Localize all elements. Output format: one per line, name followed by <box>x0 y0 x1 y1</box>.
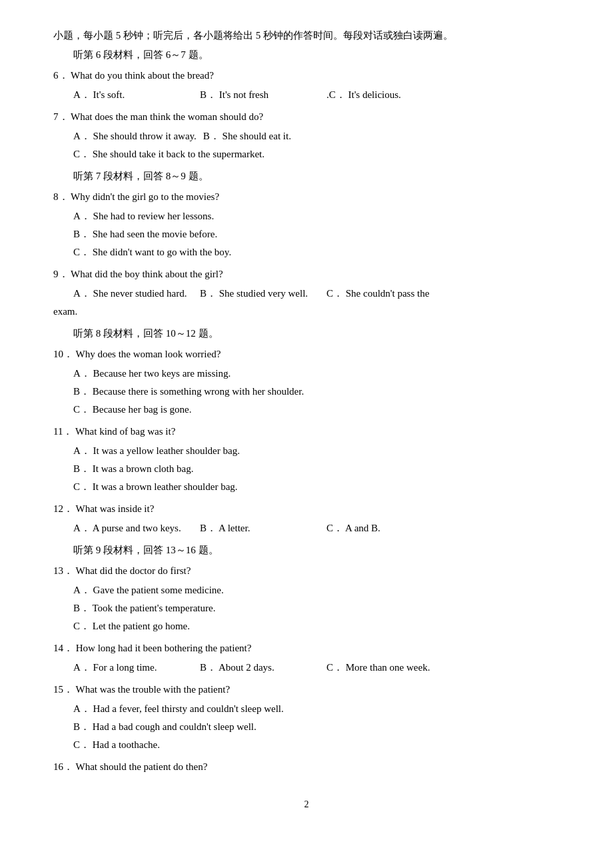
option: C． It was a brown leather shoulder bag. <box>53 478 560 496</box>
option: B． It was a brown cloth bag. <box>53 460 560 478</box>
options-row: A． For a long time.B． About 2 days.C． Mo… <box>53 659 560 677</box>
option: A． Had a fever, feel thirsty and couldn'… <box>53 700 560 718</box>
option: .C． It's delicious. <box>326 86 446 104</box>
option: C． She didn't want to go with the boy. <box>53 243 560 261</box>
question-title: 13． What did the doctor do first? <box>53 562 560 580</box>
option: B． Because there is something wrong with… <box>53 383 560 401</box>
option: B． She studied very well. <box>200 285 320 303</box>
question-title: 16． What should the patient do then? <box>53 758 560 776</box>
option: B． About 2 days. <box>200 659 320 677</box>
question-block: 14． How long had it been bothering the p… <box>53 639 560 677</box>
section-header: 听第 7 段材料，回答 8～9 题。 <box>53 167 560 185</box>
option: A． She should throw it away. <box>73 127 197 145</box>
questions-container: 6． What do you think about the bread?A． … <box>53 67 560 776</box>
question-title: 9． What did the boy think about the girl… <box>53 265 560 283</box>
option: B． It's not fresh <box>200 86 320 104</box>
question-block: 6． What do you think about the bread?A． … <box>53 67 560 104</box>
section-header-6: 听第 6 段材料，回答 6～7 题。 <box>53 46 560 64</box>
question-title: 8． Why didn't the girl go to the movies? <box>53 188 560 206</box>
question-block: 11． What kind of bag was it?A． It was a … <box>53 423 560 496</box>
question-block: 10． Why does the woman look worried?A． B… <box>53 345 560 419</box>
option: B． A letter. <box>200 519 320 537</box>
option: A． It's soft. <box>73 86 193 104</box>
option: C． More than one week. <box>326 659 446 677</box>
question-block: 15． What was the trouble with the patien… <box>53 681 560 754</box>
option: C． Because her bag is gone. <box>53 401 560 419</box>
intro-line1: 小题，每小题 5 秒钟；听完后，各小题将给出 5 秒钟的作答时间。每段对话或独白… <box>53 27 560 45</box>
question-block: 7． What does the man think the woman sho… <box>53 108 560 163</box>
option: A． She had to review her lessons. <box>53 207 560 225</box>
option: A． A purse and two keys. <box>73 519 193 537</box>
option: A． Gave the patient some medicine. <box>53 581 560 599</box>
options-row: A． She never studied hard.B． She studied… <box>53 285 560 303</box>
question-title: 15． What was the trouble with the patien… <box>53 681 560 699</box>
question-block: 8． Why didn't the girl go to the movies?… <box>53 188 560 261</box>
option: A． She never studied hard. <box>73 285 193 303</box>
question-title: 6． What do you think about the bread? <box>53 67 560 85</box>
question-title: 7． What does the man think the woman sho… <box>53 108 560 126</box>
option: A． For a long time. <box>73 659 193 677</box>
options-row: A． She should throw it away.B． She shoul… <box>53 127 560 145</box>
option: C． A and B. <box>326 519 446 537</box>
options-row: A． A purse and two keys.B． A letter.C． A… <box>53 519 560 537</box>
question-title: 11． What kind of bag was it? <box>53 423 560 441</box>
continuation-text: exam. <box>53 303 560 321</box>
option: B． She should eat it. <box>203 127 323 145</box>
option: A． Because her two keys are missing. <box>53 365 560 383</box>
option: B． She had seen the movie before. <box>53 225 560 243</box>
question-block: 9． What did the boy think about the girl… <box>53 265 560 321</box>
question-block: 16． What should the patient do then? <box>53 758 560 776</box>
question-block: 13． What did the doctor do first?A． Gave… <box>53 562 560 635</box>
question-block: 12． What was inside it?A． A purse and tw… <box>53 500 560 537</box>
page-number: 2 <box>53 796 560 813</box>
option: C． Let the patient go home. <box>53 617 560 635</box>
option: C． She couldn't pass the <box>326 285 446 303</box>
question-title: 10． Why does the woman look worried? <box>53 345 560 363</box>
option: C． She should take it back to the superm… <box>53 145 560 163</box>
question-title: 14． How long had it been bothering the p… <box>53 639 560 657</box>
option: A． It was a yellow leather shoulder bag. <box>53 442 560 460</box>
intro-block: 小题，每小题 5 秒钟；听完后，各小题将给出 5 秒钟的作答时间。每段对话或独白… <box>53 27 560 64</box>
section-header: 听第 9 段材料，回答 13～16 题。 <box>53 541 560 559</box>
option: B． Had a bad cough and couldn't sleep we… <box>53 718 560 736</box>
option: B． Took the patient's temperature. <box>53 599 560 617</box>
option: C． Had a toothache. <box>53 736 560 754</box>
options-row: A． It's soft.B． It's not fresh.C． It's d… <box>53 86 560 104</box>
section-header: 听第 8 段材料，回答 10～12 题。 <box>53 325 560 343</box>
question-title: 12． What was inside it? <box>53 500 560 518</box>
